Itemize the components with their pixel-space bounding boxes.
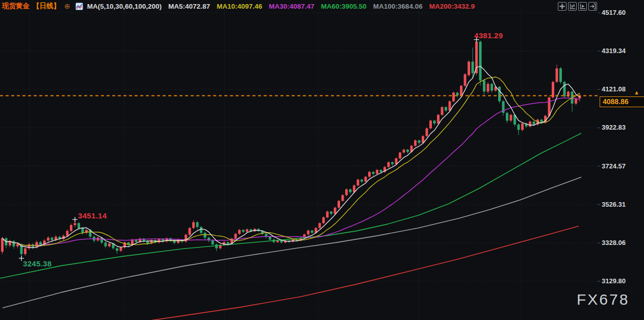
chart-header: 现货黄金 【日线】 ⊕ MA(5,10,30,60,100,200)MA5:40… bbox=[2, 2, 475, 11]
ma-legend-item-5: MA100:3684.06 bbox=[373, 3, 423, 10]
price-up-arrow-icon: ▲ bbox=[634, 89, 639, 95]
extreme-price-annotation: 3245.38 bbox=[23, 259, 51, 268]
axis-play-view-button[interactable] bbox=[578, 2, 587, 11]
current-price-badge: 4088.86 bbox=[600, 96, 644, 107]
ma-legend-item-0: MA(5,10,30,60,100,200) bbox=[87, 3, 162, 10]
timeframe-label[interactable]: 【日线】 bbox=[33, 2, 60, 11]
axis-price-label: 3922.83 bbox=[602, 124, 626, 131]
axis-price-label: 3526.31 bbox=[602, 201, 626, 208]
axis-price-label: 4319.34 bbox=[602, 47, 626, 55]
chart-toolbar bbox=[558, 2, 597, 11]
instrument-title: 现货黄金 bbox=[2, 2, 30, 11]
extreme-price-annotation: 3451.14 bbox=[78, 211, 107, 220]
axis-price-label: 4121.08 bbox=[602, 85, 626, 93]
extreme-price-annotation: 4381.29 bbox=[474, 31, 503, 40]
candlestick-chart-canvas[interactable] bbox=[0, 0, 644, 320]
circle-plus-icon[interactable]: ⊕ bbox=[64, 2, 70, 10]
axis-candle-view-button[interactable] bbox=[568, 2, 577, 11]
axis-price-label: 4517.60 bbox=[602, 9, 626, 16]
fx678-watermark: FX678 bbox=[577, 291, 629, 308]
move-tool-button[interactable] bbox=[558, 2, 566, 11]
ma-legend-item-1: MA5:4072.87 bbox=[168, 3, 210, 10]
ma-legend: MA(5,10,30,60,100,200)MA5:4072.87MA10:40… bbox=[87, 3, 475, 10]
ma-legend-item-2: MA10:4097.46 bbox=[217, 3, 262, 10]
ma-legend-item-6: MA200:3432.9 bbox=[429, 3, 475, 10]
ma-legend-item-3: MA30:4087.47 bbox=[269, 3, 314, 10]
ma-legend-item-4: MA60:3905.50 bbox=[321, 3, 367, 10]
axis-price-label: 3724.57 bbox=[602, 162, 626, 170]
exit-chart-button[interactable] bbox=[588, 2, 597, 11]
axis-price-label: 3129.80 bbox=[602, 277, 626, 285]
indicator-chart-icon[interactable] bbox=[75, 3, 83, 10]
axis-price-label: 3328.06 bbox=[602, 239, 626, 247]
gold-daily-chart-window: 现货黄金 【日线】 ⊕ MA(5,10,30,60,100,200)MA5:40… bbox=[0, 0, 644, 320]
